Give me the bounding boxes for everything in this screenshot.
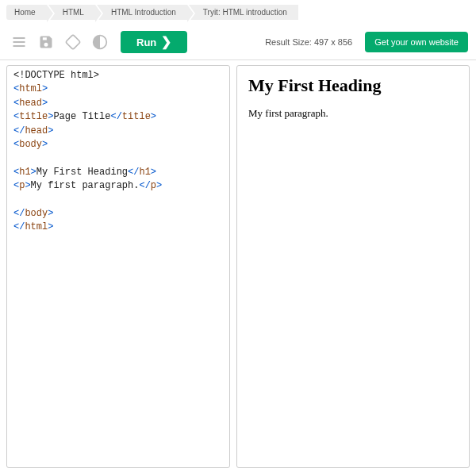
save-icon[interactable] (35, 31, 57, 53)
code-token: > (42, 139, 48, 150)
code-token: html (19, 83, 42, 94)
code-token: > (25, 180, 30, 191)
code-token: My First Heading (36, 167, 128, 178)
code-token: title (122, 111, 151, 122)
code-editor[interactable]: <!DOCTYPE html> <html> <head> <title>Pag… (6, 65, 230, 468)
run-label: Run (136, 36, 156, 48)
code-token: > (42, 83, 48, 94)
code-token: My first paragraph. (31, 180, 140, 191)
code-token: Page Title (53, 111, 110, 122)
code-token: head (25, 125, 48, 136)
preview-paragraph: My first paragraph. (248, 107, 458, 120)
breadcrumb-html-intro[interactable]: HTML Introduction (97, 5, 187, 20)
code-token: > (151, 167, 156, 178)
result-preview: My First Heading My first paragraph. (236, 65, 470, 468)
code-token: > (48, 125, 53, 136)
code-token: html (25, 221, 48, 232)
code-token: </ (13, 125, 25, 136)
code-token: > (48, 221, 53, 232)
code-token: </ (13, 208, 25, 219)
code-token: </ (139, 180, 150, 191)
code-token: body (19, 139, 42, 150)
toolbar: Run ❯ Result Size: 497 x 856 Get your ow… (0, 28, 476, 60)
code-token: > (42, 98, 48, 109)
code-token: body (25, 208, 48, 219)
code-token: p (151, 180, 156, 191)
code-token: > (31, 167, 36, 178)
code-token: title (19, 111, 48, 122)
menu-icon[interactable] (8, 31, 30, 53)
code-token: > (48, 208, 53, 219)
code-line: <!DOCTYPE html> (13, 70, 99, 81)
preview-heading: My First Heading (248, 75, 458, 96)
breadcrumb: Home HTML HTML Introduction Tryit: HTML … (0, 0, 476, 28)
code-token: head (19, 98, 42, 109)
orientation-icon[interactable] (62, 31, 84, 53)
code-token: </ (110, 111, 121, 122)
chevron-right-icon: ❯ (161, 36, 171, 48)
code-token: </ (128, 167, 139, 178)
code-token: > (151, 111, 156, 122)
breadcrumb-html[interactable]: HTML (48, 5, 95, 20)
code-token: h1 (19, 167, 30, 178)
breadcrumb-current: Tryit: HTML introduction (189, 5, 298, 20)
run-button[interactable]: Run ❯ (121, 31, 187, 53)
workspace: <!DOCTYPE html> <html> <head> <title>Pag… (0, 60, 476, 473)
result-size-label: Result Size: 497 x 856 (265, 37, 352, 47)
theme-icon[interactable] (89, 31, 111, 53)
get-website-button[interactable]: Get your own website (365, 32, 468, 52)
svg-rect-3 (66, 35, 81, 50)
breadcrumb-home[interactable]: Home (6, 5, 47, 20)
code-token: > (156, 180, 162, 191)
code-token: </ (13, 221, 25, 232)
code-token: h1 (139, 167, 150, 178)
